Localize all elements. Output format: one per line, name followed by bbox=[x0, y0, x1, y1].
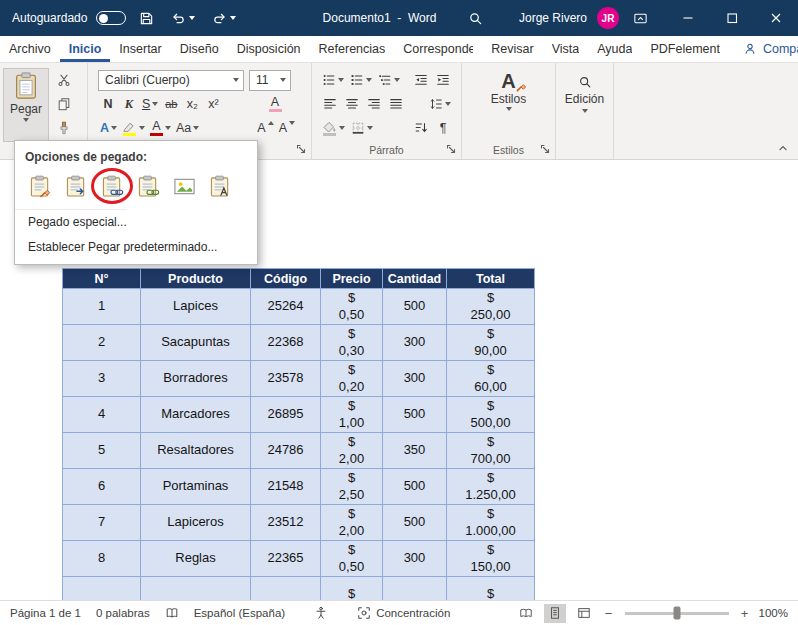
table-cell[interactable]: 21548 bbox=[251, 469, 321, 505]
change-case-button[interactable]: Aa bbox=[174, 118, 201, 139]
zoom-slider[interactable] bbox=[625, 612, 729, 615]
table-cell[interactable] bbox=[383, 577, 447, 601]
table-cell[interactable]: 300 bbox=[383, 361, 447, 397]
save-button[interactable] bbox=[135, 8, 158, 29]
redo-button[interactable] bbox=[208, 8, 240, 29]
page-indicator[interactable]: Página 1 de 1 bbox=[10, 607, 81, 619]
table-cell[interactable]: 500 bbox=[383, 505, 447, 541]
share-button[interactable]: Compartir bbox=[729, 36, 798, 62]
table-cell[interactable]: 2 bbox=[63, 325, 141, 361]
table-cell[interactable]: $ 250,00 bbox=[447, 289, 535, 325]
table-cell[interactable]: $ 0,20 bbox=[321, 361, 383, 397]
superscript-button[interactable]: x² bbox=[203, 94, 223, 115]
table-cell[interactable]: Sacapuntas bbox=[141, 325, 251, 361]
sort-button[interactable] bbox=[411, 118, 431, 139]
table-cell[interactable]: $ 1.000,00 bbox=[447, 505, 535, 541]
tab-inicio[interactable]: Inicio bbox=[60, 36, 111, 62]
table-cell[interactable]: $ 500,00 bbox=[447, 397, 535, 433]
font-color-button[interactable]: A bbox=[148, 118, 173, 139]
user-name[interactable]: Jorge Rivero bbox=[519, 11, 587, 25]
table-cell[interactable]: 22368 bbox=[251, 325, 321, 361]
autosave-toggle[interactable] bbox=[96, 11, 126, 25]
tab-archivo[interactable]: Archivo bbox=[0, 36, 60, 62]
paste-option-link-keep-source-formatting[interactable] bbox=[97, 172, 127, 200]
decrease-indent-button[interactable] bbox=[411, 70, 431, 91]
tab-pdfelement[interactable]: PDFelement bbox=[641, 36, 728, 62]
table-cell[interactable]: Portaminas bbox=[141, 469, 251, 505]
table-cell[interactable]: $ bbox=[321, 577, 383, 601]
close-button[interactable] bbox=[754, 0, 798, 36]
multilevel-list-button[interactable] bbox=[376, 70, 402, 91]
subscript-button[interactable]: x₂ bbox=[182, 94, 202, 115]
undo-button[interactable] bbox=[167, 8, 199, 29]
borders-button[interactable] bbox=[349, 118, 375, 139]
web-layout-button[interactable] bbox=[573, 604, 595, 623]
tab-disposicion[interactable]: Disposición bbox=[228, 36, 310, 62]
table-header-cell[interactable]: Producto bbox=[141, 269, 251, 289]
table-cell[interactable]: 300 bbox=[383, 541, 447, 577]
table-cell[interactable]: $ 90,00 bbox=[447, 325, 535, 361]
tab-diseno[interactable]: Diseño bbox=[171, 36, 228, 62]
numbering-button[interactable] bbox=[348, 70, 374, 91]
shading-button[interactable] bbox=[320, 118, 347, 139]
highlight-color-button[interactable] bbox=[120, 118, 147, 139]
increase-indent-button[interactable] bbox=[433, 70, 453, 91]
table-cell[interactable]: 8 bbox=[63, 541, 141, 577]
table-cell[interactable]: $ 1.250,00 bbox=[447, 469, 535, 505]
search-button[interactable] bbox=[464, 8, 487, 29]
line-spacing-button[interactable] bbox=[427, 94, 453, 115]
strikethrough-button[interactable]: ab bbox=[161, 94, 181, 115]
table-header-cell[interactable]: N° bbox=[63, 269, 141, 289]
table-cell[interactable]: 300 bbox=[383, 325, 447, 361]
table-cell[interactable]: $ 150,00 bbox=[447, 541, 535, 577]
minimize-button[interactable] bbox=[666, 0, 710, 36]
bullets-button[interactable] bbox=[320, 70, 346, 91]
zoom-slider-thumb[interactable] bbox=[673, 607, 680, 620]
table-cell[interactable]: $ 0,50 bbox=[321, 541, 383, 577]
table-cell[interactable]: 500 bbox=[383, 397, 447, 433]
paste-option-keep-text-only[interactable] bbox=[205, 172, 235, 200]
grow-font-button[interactable]: A bbox=[255, 118, 275, 139]
table-cell[interactable]: 25264 bbox=[251, 289, 321, 325]
cut-button[interactable] bbox=[52, 69, 76, 90]
editing-button[interactable]: Edición bbox=[556, 68, 613, 113]
table-cell[interactable]: 22365 bbox=[251, 541, 321, 577]
align-center-button[interactable] bbox=[342, 94, 362, 115]
language-status[interactable]: Español (España) bbox=[194, 607, 285, 619]
table-cell[interactable]: $ 60,00 bbox=[447, 361, 535, 397]
table-cell[interactable]: 26895 bbox=[251, 397, 321, 433]
table-cell[interactable]: $ 700,00 bbox=[447, 433, 535, 469]
zoom-level[interactable]: 100% bbox=[759, 607, 788, 619]
shrink-font-button[interactable]: A bbox=[277, 118, 297, 139]
focus-mode-button[interactable]: Concentración bbox=[357, 606, 450, 620]
accessibility-button[interactable] bbox=[314, 606, 328, 620]
table-cell[interactable]: $ 2,00 bbox=[321, 433, 383, 469]
paragraph-dialog-launcher[interactable] bbox=[444, 142, 458, 155]
table-cell[interactable]: 5 bbox=[63, 433, 141, 469]
read-mode-button[interactable] bbox=[515, 604, 537, 623]
justify-button[interactable] bbox=[386, 94, 406, 115]
text-effects-button[interactable]: A bbox=[98, 118, 119, 139]
table-cell[interactable]: 23512 bbox=[251, 505, 321, 541]
tab-referencias[interactable]: Referencias bbox=[310, 36, 395, 62]
table-header-cell[interactable]: Precio bbox=[321, 269, 383, 289]
table-header-cell[interactable]: Total bbox=[447, 269, 535, 289]
table-header-cell[interactable]: Código bbox=[251, 269, 321, 289]
table-cell[interactable]: 23578 bbox=[251, 361, 321, 397]
proofing-status-button[interactable] bbox=[165, 606, 179, 620]
paste-special-menu-item[interactable]: Pegado especial... bbox=[15, 209, 127, 234]
font-name-select[interactable]: Calibri (Cuerpo) bbox=[98, 70, 244, 91]
clear-formatting-button[interactable]: A bbox=[265, 94, 285, 115]
table-cell[interactable]: 24786 bbox=[251, 433, 321, 469]
table-cell[interactable]: 3 bbox=[63, 361, 141, 397]
underline-button[interactable]: S bbox=[140, 94, 160, 115]
avatar[interactable]: JR bbox=[597, 7, 619, 29]
table-cell[interactable]: $ 2,00 bbox=[321, 505, 383, 541]
table-cell[interactable]: 500 bbox=[383, 469, 447, 505]
align-right-button[interactable] bbox=[364, 94, 384, 115]
paste-option-picture[interactable] bbox=[169, 172, 199, 200]
table-cell[interactable]: 4 bbox=[63, 397, 141, 433]
paste-option-link-use-destination-styles[interactable] bbox=[133, 172, 163, 200]
table-cell[interactable] bbox=[63, 577, 141, 601]
italic-button[interactable]: K bbox=[119, 94, 139, 115]
